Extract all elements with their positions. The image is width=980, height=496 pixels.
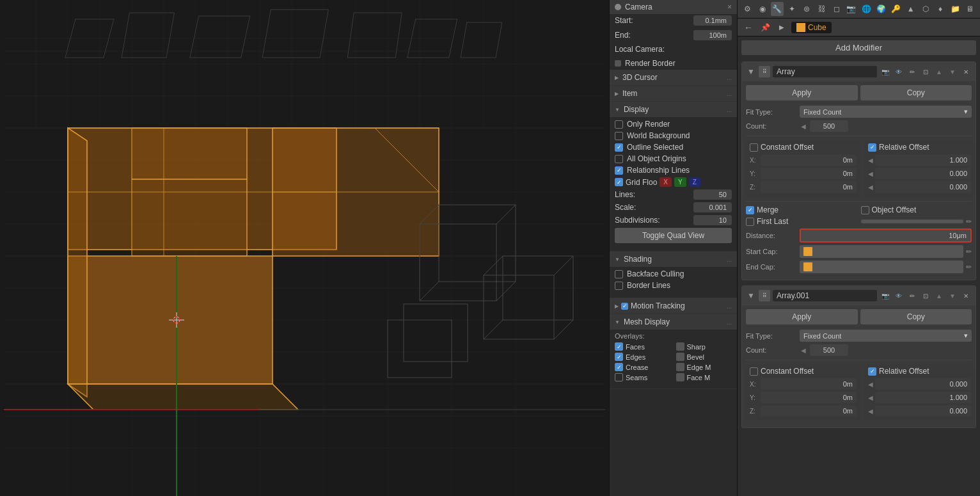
array-1-count-left-arrow[interactable]: ◀ (800, 123, 807, 130)
array-2-rel-y-field[interactable] (875, 392, 971, 403)
constraints-icon[interactable]: ⛓ (816, 2, 828, 16)
array-2-count-field[interactable] (810, 344, 848, 356)
object-icon[interactable]: ◻ (830, 2, 842, 16)
array-1-fit-type-dropdown[interactable]: Fixed Count ▾ (800, 106, 972, 118)
array-1-apply-button[interactable]: Apply (746, 85, 858, 100)
all-object-origins-checkbox[interactable] (615, 155, 623, 163)
array-2-const-z-field[interactable] (761, 405, 857, 417)
array-1-count-field[interactable] (810, 120, 848, 132)
start-value[interactable]: 0.1mm (693, 15, 732, 26)
array-1-const-z-field[interactable] (761, 181, 857, 193)
array-1-move-up-icon[interactable]: ▲ (933, 66, 945, 77)
only-render-checkbox[interactable] (615, 120, 623, 129)
modifier-icon[interactable]: 🔧 (771, 2, 783, 16)
toggle-quad-view-button[interactable]: Toggle Quad View (615, 228, 732, 243)
array-2-render-icon[interactable]: 📷 (880, 290, 891, 301)
camera-close-button[interactable]: × (727, 3, 732, 12)
array-1-rel-y-left-arrow[interactable]: ◀ (868, 170, 873, 177)
back-arrow-icon[interactable]: ← (741, 20, 755, 35)
viewport-area[interactable] (0, 0, 609, 496)
border-lines-checkbox[interactable] (615, 282, 623, 290)
section-mesh-display-header[interactable]: ▼ Mesh Display ... (610, 314, 737, 330)
array-2-collapse-toggle[interactable]: ▼ (746, 291, 756, 301)
array-1-collapse-toggle[interactable]: ▼ (746, 67, 756, 77)
array-1-rel-z-field[interactable] (875, 181, 971, 193)
properties-icon[interactable]: ⚙ (741, 2, 754, 16)
array-1-const-y-field[interactable] (761, 168, 857, 179)
array-1-obj-offset-edit-icon[interactable]: ✏ (966, 218, 972, 226)
array-2-constant-offset-checkbox[interactable] (750, 367, 758, 376)
array-1-copy-button[interactable]: Copy (860, 85, 972, 100)
array-1-move-down-icon[interactable]: ▼ (947, 66, 958, 77)
seams-checkbox[interactable] (615, 373, 623, 381)
array-1-relative-offset-checkbox[interactable] (868, 143, 876, 152)
subdivisions-value[interactable]: 10 (693, 215, 732, 225)
grid-axis-y-button[interactable]: Y (674, 177, 686, 187)
array-2-const-x-field[interactable] (761, 378, 857, 390)
array-1-constant-offset-checkbox[interactable] (750, 143, 758, 152)
edges-checkbox[interactable] (615, 353, 623, 361)
array-1-edit-icon[interactable]: ✏ (906, 66, 918, 77)
grid-axis-x-button[interactable]: X (660, 177, 672, 187)
faces-checkbox[interactable] (615, 342, 623, 351)
grid-axis-z-button[interactable]: Z (689, 177, 700, 187)
array-1-const-x-field[interactable] (761, 154, 857, 166)
array-1-object-offset-checkbox[interactable] (861, 206, 869, 214)
array-2-move-down-icon[interactable]: ▼ (947, 290, 958, 301)
lines-value[interactable]: 50 (693, 189, 732, 200)
array-2-count-left-arrow[interactable]: ◀ (800, 347, 807, 354)
array-2-rel-z-field[interactable] (875, 405, 971, 417)
scene-icon[interactable]: 🌐 (860, 2, 873, 16)
array-1-end-cap-dropdown[interactable] (800, 260, 963, 273)
section-motion-tracking-header[interactable]: ▶ Motion Tracking ... (610, 298, 737, 314)
array-2-fit-type-dropdown[interactable]: Fixed Count ▾ (800, 330, 972, 342)
system-icon[interactable]: 🖥 (964, 2, 976, 16)
motion-tracking-enable-checkbox[interactable] (621, 303, 628, 310)
section-display-header[interactable]: ▼ Display ... (610, 102, 737, 117)
physics-icon[interactable]: ⊛ (801, 2, 813, 16)
array-2-edit-icon[interactable]: ✏ (906, 290, 918, 301)
array-2-const-y-field[interactable] (761, 392, 857, 403)
crease-checkbox[interactable] (615, 363, 623, 371)
array-1-firstlast-checkbox[interactable] (746, 218, 754, 226)
world-background-checkbox[interactable] (615, 132, 623, 140)
array-1-rel-x-field[interactable] (875, 154, 971, 166)
array-1-start-cap-edit-icon[interactable]: ✏ (966, 248, 972, 256)
relationship-lines-checkbox[interactable] (615, 166, 623, 175)
array-2-move-up-icon[interactable]: ▲ (933, 290, 945, 301)
add-modifier-button[interactable]: Add Modifier (741, 40, 976, 55)
end-value[interactable]: 100m (693, 30, 732, 40)
array-2-rel-x-field[interactable] (875, 378, 971, 390)
section-shading-header[interactable]: ▼ Shading ... (610, 252, 737, 267)
array-1-close-icon[interactable]: ✕ (960, 66, 972, 77)
array-1-distance-field[interactable] (800, 228, 972, 243)
array-2-close-icon[interactable]: ✕ (960, 290, 972, 301)
addons-icon[interactable]: ⬡ (919, 2, 931, 16)
array-2-rel-x-left-arrow[interactable]: ◀ (868, 381, 873, 388)
array-2-rel-z-left-arrow[interactable]: ◀ (868, 408, 873, 415)
array-1-viewport-icon[interactable]: 👁 (893, 66, 905, 77)
array-1-render-icon[interactable]: 📷 (880, 66, 891, 77)
array-1-merge-checkbox[interactable] (746, 206, 754, 214)
fileio-icon[interactable]: 📁 (949, 2, 961, 16)
array-2-rel-y-left-arrow[interactable]: ◀ (868, 394, 873, 401)
array-2-apply-button[interactable]: Apply (746, 309, 858, 324)
input-icon[interactable]: ▲ (905, 2, 917, 16)
scale-value[interactable]: 0.001 (693, 202, 732, 212)
world-icon[interactable]: 🌍 (875, 2, 887, 16)
object-data-icon[interactable]: ◉ (756, 2, 768, 16)
array-1-start-cap-dropdown[interactable] (800, 245, 963, 258)
array-2-relative-offset-checkbox[interactable] (868, 367, 876, 376)
array-2-cage-icon[interactable]: ⊡ (920, 290, 931, 301)
grid-floor-checkbox[interactable] (615, 178, 623, 186)
array-1-end-cap-edit-icon[interactable]: ✏ (966, 263, 972, 271)
array-2-name-input[interactable] (773, 290, 877, 301)
array-2-viewport-icon[interactable]: 👁 (893, 290, 905, 301)
render-settings-icon[interactable]: 📷 (845, 2, 857, 16)
array-1-rel-x-left-arrow[interactable]: ◀ (868, 157, 873, 164)
forward-icon[interactable]: ▶ (775, 20, 789, 35)
particles-icon[interactable]: ✦ (786, 2, 798, 16)
outline-selected-checkbox[interactable] (615, 143, 623, 152)
array-1-cage-icon[interactable]: ⊡ (920, 66, 931, 77)
pin-icon[interactable]: 📌 (758, 20, 772, 35)
